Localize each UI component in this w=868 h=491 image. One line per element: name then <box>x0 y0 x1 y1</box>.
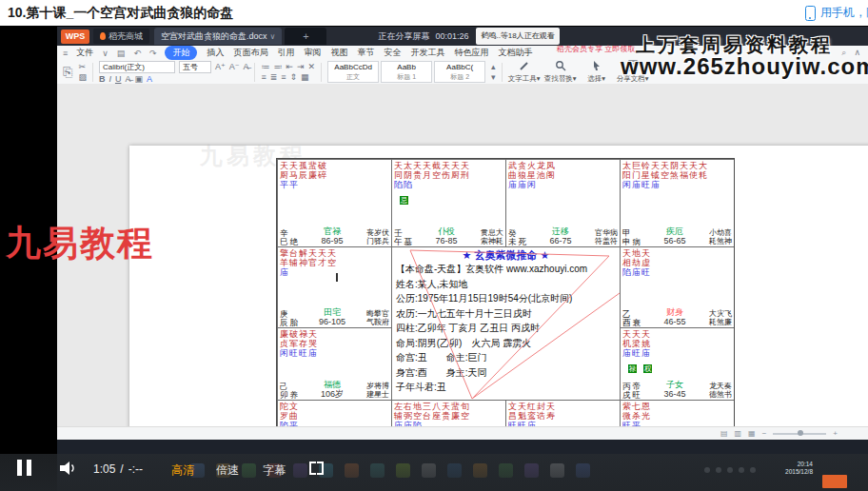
quality-button[interactable]: 高清 <box>171 462 194 479</box>
current-time: 1:05 <box>93 462 115 476</box>
cell-footer: 辛巳绝官禄86-95丧岁伏门驿兵 <box>280 227 389 246</box>
birth-info-line: 四柱:乙卯年 丁亥月 乙丑日 丙戌时 <box>396 321 616 336</box>
pause-button[interactable] <box>17 460 31 476</box>
speed-button[interactable]: 倍速 <box>216 462 239 479</box>
volume-icon[interactable] <box>59 460 78 481</box>
menu-开发工具[interactable]: 开发工具 <box>410 47 444 59</box>
font-size-select[interactable]: 五号 <box>179 61 211 73</box>
outdent-icon[interactable]: ⇤ <box>286 62 293 71</box>
format-painter-icon[interactable]: ▨ <box>78 72 87 82</box>
stars-line1: 紫七恩 <box>622 402 732 411</box>
cut-icon[interactable]: ✂ <box>78 62 87 71</box>
sihua-badge: 禄 <box>628 364 637 373</box>
scroll-up-icon[interactable]: ▴ <box>491 62 496 71</box>
stars-line2: 阳门星钺空煞福使耗 <box>622 170 732 180</box>
zoom-in-icon[interactable]: + <box>833 429 838 438</box>
stars-line1: 天天孤蜚破 <box>280 161 389 170</box>
highlight-icon[interactable]: ▣ <box>134 74 143 84</box>
birth-info-line: 命局:阴男(乙卯) 火六局 霹雳火 <box>396 336 616 351</box>
save-icon[interactable]: ▤ <box>117 49 126 58</box>
stars-line2: 昌魁鸾诰寿 <box>508 411 618 421</box>
grow-font-icon[interactable]: A⁺ <box>215 62 226 71</box>
font-color-icon[interactable]: A <box>147 74 152 84</box>
line-spacing-icon[interactable]: ⇕ <box>290 72 298 82</box>
tab-shop[interactable]: 稻壳商城 <box>93 29 149 44</box>
bullets-icon[interactable]: ≔ <box>261 62 269 71</box>
life-stage: 墓 <box>404 238 413 246</box>
menu-开始[interactable]: 开始 <box>165 46 197 60</box>
palace-cell-午: 天太天天截天天天同阴贵月空伤厨刑陷陷忌壬午墓仆役76-85贯息大索神耗 <box>391 159 505 246</box>
italic-icon[interactable]: I <box>108 74 111 84</box>
style-gallery: AaBbCcDd正文AaBb标题 1AaBbC(标题 2 <box>327 61 485 83</box>
chevron-down-icon[interactable]: ∨ <box>102 49 108 58</box>
menu-file[interactable]: 文件 <box>76 47 93 59</box>
cell-footer: 壬午墓仆役76-85贯息大索神耗 <box>394 227 503 246</box>
zoom-out-icon[interactable]: − <box>762 429 767 438</box>
chevron-down-icon[interactable]: ∨ <box>270 32 276 41</box>
subtitle-button[interactable]: 字幕 <box>263 462 286 479</box>
align-center-icon[interactable]: ≣ <box>270 72 278 82</box>
stars-line1: 陀文 <box>280 402 389 411</box>
align-right-icon[interactable]: ≡ <box>281 72 286 82</box>
align-left-icon[interactable]: ≡ <box>261 72 266 82</box>
stars-line2: 微杀光 <box>622 411 732 421</box>
fullscreen-button[interactable] <box>309 462 324 475</box>
hamburger-icon[interactable]: ≡ <box>63 49 68 58</box>
palace-cell-酉: 天地天相劫虚陷庙旺乙酉衰财身46-55大灾飞耗煞廉 <box>620 246 734 327</box>
menu-页面布局[interactable]: 页面布局 <box>233 47 267 59</box>
style-sample: AaBbCcDd <box>328 62 378 72</box>
style-标题 1[interactable]: AaBb标题 1 <box>381 61 432 83</box>
scroll-down-icon[interactable]: ▾ <box>491 72 496 82</box>
toolbtn-查找替换[interactable]: 查找替换▾ <box>544 60 577 84</box>
menu-安全[interactable]: 安全 <box>384 47 401 59</box>
wps-logo[interactable]: WPS <box>61 29 89 44</box>
chart-center-panel: ★ 玄奥紫微推命 ★ 【本命盘-天盘】玄奥软件 www.xazhouyi.com… <box>391 246 620 400</box>
age-range: 66-75 <box>549 237 571 246</box>
page-view-icon[interactable]: ▤ <box>720 429 728 438</box>
style-标题 2[interactable]: AaBbC(标题 2 <box>434 61 485 83</box>
minor-gods: 大灾飞耗煞廉 <box>709 310 732 326</box>
menu-引用[interactable]: 引用 <box>277 47 294 59</box>
menu-文档助手[interactable]: 文档助手 <box>498 47 532 59</box>
paste-icon[interactable]: ⎘ <box>63 65 72 80</box>
zoom-slider[interactable] <box>773 433 826 435</box>
menu-插入[interactable]: 插入 <box>207 47 224 59</box>
numbering-icon[interactable]: ≕ <box>273 62 282 71</box>
web-view-icon[interactable]: ▦ <box>748 429 756 438</box>
clipboard-group: ✂ ▨ <box>78 62 87 82</box>
doc-tab-label: 空宫对武曲贪狼的命盘.docx <box>161 30 267 43</box>
new-tab-button[interactable]: + <box>285 28 326 45</box>
stars-line2: 厨马辰廉碎 <box>280 170 389 180</box>
style-sample: AaBb <box>382 62 431 72</box>
menu-视图[interactable]: 视图 <box>330 47 347 59</box>
shading-icon[interactable]: ▦ <box>301 72 309 82</box>
toolbtn-选择[interactable]: 选择▾ <box>581 60 613 84</box>
minor-gods: 小劫喜耗煞神 <box>709 229 732 246</box>
shrink-font-icon[interactable]: A⁻ <box>229 62 240 71</box>
redo-icon[interactable]: ↷ <box>149 49 157 58</box>
undo-icon[interactable]: ↶ <box>133 49 141 58</box>
tab-document[interactable]: 空宫对武曲贪狼的命盘.docx ∨ <box>154 28 282 45</box>
clear-format-icon[interactable]: A̶ <box>243 62 248 71</box>
font-name-select[interactable]: Calibri(正文) <box>99 61 175 73</box>
minor-gods: 晦攀官气鞍府 <box>366 310 389 326</box>
watch-on-phone-label: 用手机，随时看 <box>820 5 868 21</box>
watch-on-phone-link[interactable]: 用手机，随时看 <box>805 0 868 26</box>
taskbar-highlighted-app[interactable] <box>822 475 847 488</box>
menu-特色应用[interactable]: 特色应用 <box>454 47 488 59</box>
outline-view-icon[interactable]: ▥ <box>735 429 742 438</box>
bold-icon[interactable]: B <box>99 74 106 84</box>
toolbtn-文字工具[interactable]: 文字工具▾ <box>508 60 541 84</box>
life-stage: 养 <box>290 391 299 400</box>
menu-审阅[interactable]: 审阅 <box>304 47 321 59</box>
stars-line1: 左右地三八天蜚旬 <box>394 402 503 411</box>
strikethrough-icon[interactable]: A̶ <box>125 74 130 84</box>
indent-icon[interactable]: ⇥ <box>297 62 305 71</box>
clear-icon[interactable]: ✕ <box>308 62 316 71</box>
style-正文[interactable]: AaBbCcDd正文 <box>327 61 379 83</box>
palace-cell-辰: 擎台解天天天羊辅神官才空庙庚辰胎田宅96-105晦攀官气鞍府 <box>277 246 391 327</box>
underline-icon[interactable]: U <box>115 74 122 84</box>
taskbar-clock: 20:14 2015/12/8 <box>785 461 813 476</box>
menu-章节[interactable]: 章节 <box>357 47 374 59</box>
minor-gods: 丧岁伏门驿兵 <box>366 229 389 246</box>
